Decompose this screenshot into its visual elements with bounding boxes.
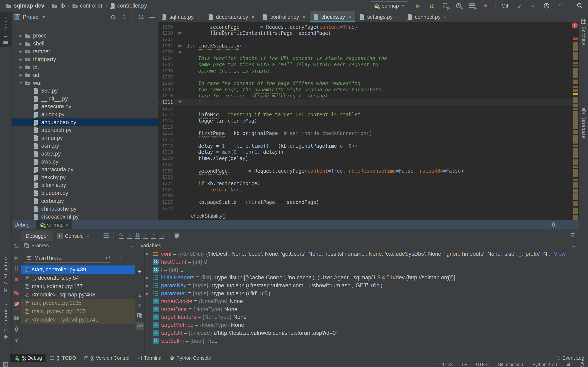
code-line-1227[interactable]: 1227kb.pageStable = (firstPage == second…: [158, 199, 579, 206]
inspections-widget[interactable]: [580, 362, 585, 367]
variable-row-targetMethod[interactable]: 01targetMethod={NoneType}None: [144, 321, 579, 329]
layout-settings-icon[interactable]: ☰: [570, 232, 579, 239]
remove-watch-button[interactable]: —: [135, 279, 144, 288]
line-number[interactable]: 1218: [158, 143, 173, 149]
stripe-item-SciView[interactable]: SciView: [579, 16, 588, 48]
tree-folder-thirdparty[interactable]: ▶thirdparty: [12, 55, 158, 63]
frame-row[interactable]: start, controller.py:439: [21, 266, 135, 274]
close-icon[interactable]: ×: [66, 222, 69, 228]
pause-button[interactable]: [12, 264, 21, 272]
fold-gutter[interactable]: [173, 111, 186, 118]
marker-stripe[interactable]: [573, 145, 578, 147]
fold-gutter[interactable]: [173, 23, 186, 24]
tree-file-bluedon-py[interactable]: bluedon.py: [12, 189, 158, 197]
evaluate-expression-button[interactable]: ▦: [173, 231, 181, 239]
breadcrumb-method[interactable]: checkStability(): [191, 213, 226, 219]
variable-row-i[interactable]: 01i={int}1: [144, 266, 579, 274]
close-icon[interactable]: ×: [444, 14, 447, 20]
variable-row-conf[interactable]: ▶conf={AttribDict}{'fileDest': None, 'co…: [144, 250, 579, 258]
mute-breakpoints-button[interactable]: [12, 300, 21, 308]
fold-gutter[interactable]: [173, 168, 186, 174]
line-number[interactable]: 1217: [158, 137, 173, 143]
marker-stripe[interactable]: [573, 169, 578, 177]
chevron-right-icon[interactable]: ▶: [18, 73, 24, 77]
line-number[interactable]: 1214: [158, 118, 173, 124]
line-number[interactable]: 1215: [158, 124, 173, 131]
tree-file-ciscoacexml-py[interactable]: ciscoacexml.py: [12, 213, 158, 220]
marker-stripe[interactable]: [573, 182, 578, 188]
line-number[interactable]: 1216: [158, 130, 173, 137]
line-number[interactable]: 1202: [158, 43, 173, 49]
line-number[interactable]: 1212: [158, 105, 173, 112]
duplicate-watch-button[interactable]: [135, 311, 144, 320]
frame-row[interactable]: main, pydevd.py:1735: [21, 307, 135, 316]
tree-file-barracuda-py[interactable]: barracuda.py: [12, 166, 158, 174]
code-line-1206[interactable]: 1206assume that it is stable.: [158, 68, 579, 74]
gear-icon[interactable]: [550, 222, 557, 228]
next-frame-button[interactable]: ↓: [119, 254, 122, 261]
fold-gutter[interactable]: [173, 80, 186, 87]
show-execution-point-button[interactable]: [102, 231, 110, 239]
code-line-1205[interactable]: 1205same page two times with a small del…: [158, 62, 579, 68]
close-icon[interactable]: ×: [302, 14, 305, 20]
chevron-down-icon[interactable]: ▼: [42, 15, 45, 19]
git-history-button[interactable]: [543, 2, 550, 9]
editor-tab-connect-py[interactable]: connect.py×: [403, 11, 451, 22]
code-line-1216[interactable]: 1216firstPage = kb.originalPage # set in…: [158, 130, 579, 137]
code-line-1226[interactable]: 1226: [158, 193, 579, 199]
tree-folder-txt[interactable]: ▶txt: [12, 63, 158, 71]
fold-gutter[interactable]: [173, 49, 186, 55]
code-line-1198[interactable]: 1198: [158, 23, 579, 24]
variable-row-hostCount[interactable]: 01hostCount={int}0: [144, 258, 579, 266]
chevron-right-icon[interactable]: ▶: [18, 49, 24, 54]
line-number[interactable]: 1228: [158, 206, 173, 212]
interpreter-indicator[interactable]: Python 2.7▲▼: [532, 362, 558, 367]
breadcrumb-item[interactable]: lib: [52, 3, 65, 9]
settings-button[interactable]: [12, 325, 21, 333]
project-title[interactable]: Project: [23, 14, 40, 20]
hide-panel-button[interactable]: —: [566, 222, 571, 228]
toolwindow-button-9--Version-Control[interactable]: 9: Version Control: [80, 354, 133, 362]
breadcrumb-item[interactable]: sqlmap-dev: [6, 3, 44, 9]
tree-folder-procs[interactable]: ▶procs: [12, 32, 158, 40]
tree-folder-shell[interactable]: ▶shell: [12, 40, 158, 48]
marker-stripe[interactable]: [573, 80, 578, 84]
caret-position[interactable]: 1211:8: [437, 362, 453, 367]
expand-icon[interactable]: ▶: [144, 284, 153, 288]
lock-icon[interactable]: [567, 362, 571, 367]
move-down-button[interactable]: ▼: [135, 301, 144, 310]
run-configuration-select[interactable]: sqlmap ▼: [371, 1, 408, 10]
line-number[interactable]: 1226: [158, 193, 173, 199]
marker-stripe[interactable]: [573, 130, 578, 134]
tree-file-bekchy-py[interactable]: bekchy.py: [12, 174, 158, 182]
fold-gutter[interactable]: [173, 105, 186, 112]
chevron-right-icon[interactable]: ▶: [18, 34, 24, 38]
marker-stripe[interactable]: [573, 148, 578, 158]
tree-file-aesecure-py[interactable]: aesecure.py: [12, 103, 158, 110]
fold-marker-icon[interactable]: [178, 32, 182, 35]
line-number[interactable]: 1207: [158, 74, 173, 80]
editor-tab-decorators-py[interactable]: decorators.py×: [204, 11, 259, 22]
fold-gutter[interactable]: [173, 162, 186, 168]
encoding-indicator[interactable]: UTF-8: [476, 362, 489, 367]
chevron-right-icon[interactable]: ▶: [18, 57, 24, 62]
fold-gutter[interactable]: [173, 149, 186, 155]
breadcrumb[interactable]: sqlmap-dev›lib›controller›controller.py: [0, 3, 147, 9]
event-log-button[interactable]: Event Log: [551, 354, 588, 362]
fold-gutter[interactable]: [173, 99, 186, 105]
marker-stripe[interactable]: [573, 159, 578, 165]
chevron-right-icon[interactable]: ▶: [18, 65, 24, 69]
line-number[interactable]: 1203: [158, 49, 173, 55]
variable-row-testSqlInj[interactable]: 01testSqlInj={bool}True: [144, 337, 579, 345]
line-number[interactable]: 1204: [158, 55, 173, 62]
run-button[interactable]: ▶: [415, 2, 422, 9]
marker-stripe[interactable]: [573, 166, 578, 168]
line-number[interactable]: 1225: [158, 187, 173, 193]
editor-breadcrumb-bar[interactable]: checkStability(): [158, 212, 579, 220]
code-line-1214[interactable]: 1214logger.info(infoMsg): [158, 118, 579, 124]
marker-stripe[interactable]: [573, 135, 578, 143]
marker-stripe[interactable]: [573, 38, 578, 40]
fold-gutter[interactable]: [173, 62, 186, 68]
tab-console[interactable]: ▸ Console →▪: [53, 231, 95, 241]
code-line-1212[interactable]: 1212: [158, 105, 579, 112]
